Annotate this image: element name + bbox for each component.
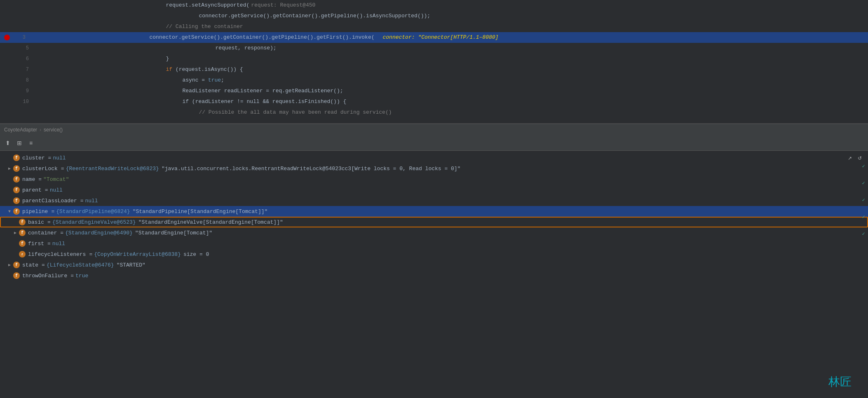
var-name-name: name <box>22 176 35 183</box>
var-row-parent[interactable]: f parent = null <box>0 185 868 195</box>
debug-toolbar: ⬆ ⊞ ≡ <box>0 135 868 151</box>
breadcrumb-part2: service() <box>44 127 63 133</box>
var-value-first: null <box>52 241 65 247</box>
var-equals-state: = <box>42 262 45 268</box>
field-badge-container: f <box>19 229 26 236</box>
code-content-comment: // Possible the all data may have been r… <box>33 96 868 124</box>
variables-section: ↗ ↺ f cluster = null f clusterLock = {Re… <box>0 151 868 398</box>
var-name-throwonfailure: throwOnFailure <box>22 273 67 279</box>
var-name-basic: basic <box>28 219 44 225</box>
var-row-basic[interactable]: f basic = {StandardEngineValve@6523} "St… <box>0 217 868 227</box>
line-gutter-8: 8 <box>0 77 33 83</box>
var-desc-pipeline: "StandardPipeline[StandardEngine[Tomcat]… <box>133 208 268 215</box>
variables-list: f cluster = null f clusterLock = {Reentr… <box>0 151 868 283</box>
breadcrumb-bar: CoyoteAdapter › service() <box>0 124 868 135</box>
watermark: 林匠 <box>828 374 852 390</box>
var-value-basic: {StandardEngineValve@6523} <box>52 219 136 225</box>
check-4: ✓ <box>862 214 865 220</box>
breadcrumb-part1: CoyoteAdapter <box>4 127 37 133</box>
var-row-state[interactable]: f state = {LifecycleState@6476} "STARTED… <box>0 260 868 270</box>
var-row-container[interactable]: f container = {StandardEngine@6490} "Sta… <box>0 227 868 238</box>
variables-panel: ↗ ↺ f cluster = null f clusterLock = {Re… <box>0 151 868 398</box>
var-name-state: state <box>22 262 38 268</box>
field-badge-basic: f <box>19 219 26 225</box>
var-name-lifecyclelisteners: lifecycleListeners <box>28 251 86 258</box>
var-value-container: {StandardEngine@6490} <box>65 230 133 236</box>
var-value-cluster: null <box>53 155 66 161</box>
line-gutter-10: 10 <box>0 99 33 105</box>
expand-icon-pipeline[interactable] <box>7 208 12 214</box>
var-desc-basic: "StandardEngineValve[StandardEngine[Tomc… <box>138 219 283 225</box>
var-desc-lifecyclelisteners: size = 0 <box>183 251 209 258</box>
toolbar-btn-restore[interactable]: ⬆ <box>3 138 12 147</box>
var-equals-container: = <box>60 230 63 236</box>
var-row-name[interactable]: f name = "Tomcat" <box>0 174 868 185</box>
var-row-throwonfailure[interactable]: f throwOnFailure = true <box>0 270 868 281</box>
var-equals-cluster: = <box>48 155 52 161</box>
var-name-first: first <box>28 241 44 247</box>
var-value-lifecyclelisteners: {CopyOnWriteArrayList@6838} <box>94 251 181 258</box>
panel-actions: ↗ ↺ <box>846 154 864 162</box>
var-equals-pipeline: = <box>51 208 54 215</box>
var-name-container: container <box>28 230 57 236</box>
var-value-state: {LifecycleState@6476} <box>47 262 114 268</box>
right-checks: ✓ ✓ ✓ ✓ ✓ <box>859 151 868 398</box>
field-badge-lifecyclelisteners: f <box>19 251 26 258</box>
var-name-parent: parent <box>22 187 42 193</box>
field-badge-pipeline: f <box>13 208 20 215</box>
line-gutter-bp: 3 <box>0 35 33 40</box>
var-equals-parentclassloader: = <box>80 198 84 204</box>
var-equals-throwonfailure: = <box>70 273 74 279</box>
var-row-cluster[interactable]: f cluster = null <box>0 152 868 163</box>
line-gutter-7: 7 <box>0 67 33 73</box>
var-desc-clusterlock: "java.util.concurrent.locks.ReentrantRea… <box>162 166 461 172</box>
panel-expand-btn[interactable]: ↗ <box>846 154 854 162</box>
var-desc-container: "StandardEngine[Tomcat]" <box>135 230 212 236</box>
var-name-clusterlock: clusterLock <box>22 166 58 172</box>
line-gutter-9: 9 <box>0 88 33 94</box>
expand-icon-container[interactable] <box>12 230 18 236</box>
field-badge-parent: f <box>13 187 20 193</box>
breadcrumb-separator: › <box>40 127 41 133</box>
var-value-name: "Tomcat" <box>43 176 69 183</box>
field-badge-cluster: f <box>13 155 20 161</box>
var-row-first[interactable]: f first = null <box>0 238 868 249</box>
expand-icon-clusterlock[interactable] <box>7 166 12 171</box>
var-row-lifecyclelisteners[interactable]: f lifecycleListeners = {CopyOnWriteArray… <box>0 249 868 260</box>
var-name-pipeline: pipeline <box>22 208 48 215</box>
line-gutter-6: 6 <box>0 56 33 62</box>
code-line-comment: // Possible the all data may have been r… <box>0 107 868 118</box>
var-value-parent: null <box>50 187 63 193</box>
line-gutter-5: 5 <box>0 45 33 51</box>
field-badge-throwonfailure: f <box>13 272 20 279</box>
field-badge-first: f <box>19 240 26 247</box>
check-1: ✓ <box>862 163 865 169</box>
var-equals-parent: = <box>45 187 48 193</box>
var-value-parentclassloader: null <box>85 198 98 204</box>
var-equals-basic: = <box>47 219 51 225</box>
toolbar-btn-table[interactable]: ⊞ <box>15 138 24 147</box>
code-lines: request.setAsyncSupported(request: Reque… <box>0 0 868 118</box>
var-equals-first: = <box>47 241 51 247</box>
breakpoint-indicator <box>4 35 10 40</box>
var-value-pipeline: {StandardPipeline@6824} <box>56 208 130 215</box>
var-row-clusterlock[interactable]: f clusterLock = {ReentrantReadWriteLock@… <box>0 163 868 174</box>
check-2: ✓ <box>862 180 865 186</box>
toolbar-btn-filter[interactable]: ≡ <box>26 138 35 147</box>
var-row-pipeline[interactable]: f pipeline = {StandardPipeline@6824} "St… <box>0 206 868 217</box>
var-row-parentclassloader[interactable]: f parentClassLoader = null <box>0 195 868 206</box>
var-equals-lifecyclelisteners: = <box>89 251 92 258</box>
var-name-parentclassloader: parentClassLoader <box>22 198 77 204</box>
code-editor: request.setAsyncSupported(request: Reque… <box>0 0 868 124</box>
var-name-cluster: cluster <box>22 155 45 161</box>
var-desc-state: "STARTED" <box>117 262 145 268</box>
check-5: ✓ <box>862 231 865 237</box>
field-badge-state: f <box>13 262 20 268</box>
field-badge-clusterlock: f <box>13 165 20 172</box>
check-3: ✓ <box>862 197 865 203</box>
panel-refresh-btn[interactable]: ↺ <box>856 154 864 162</box>
field-badge-parentclassloader: f <box>13 197 20 204</box>
var-equals-clusterlock: = <box>61 166 64 172</box>
expand-icon-state[interactable] <box>7 262 12 268</box>
var-value-throwonfailure: true <box>75 273 88 279</box>
